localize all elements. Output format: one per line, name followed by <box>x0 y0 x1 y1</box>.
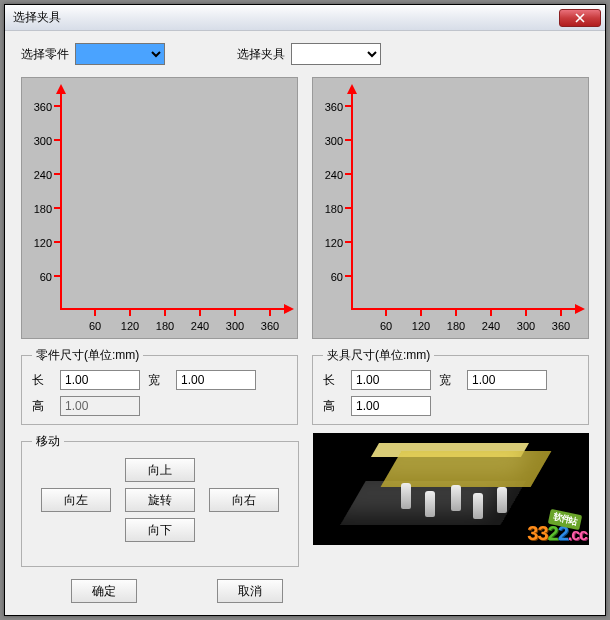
fixture-width-label: 宽 <box>439 372 459 389</box>
part-select[interactable] <box>75 43 165 65</box>
x-tick-label: 180 <box>441 320 471 332</box>
axis-tick-icon <box>54 207 62 209</box>
fixture-length-label: 长 <box>323 372 343 389</box>
axis-tick-icon <box>345 275 353 277</box>
pin-icon <box>401 483 411 509</box>
fixture-dims-legend: 夹具尺寸(单位:mm) <box>323 347 434 364</box>
close-button[interactable] <box>559 9 601 27</box>
axis-tick-icon <box>54 105 62 107</box>
move-left-button[interactable]: 向左 <box>41 488 111 512</box>
client-area: 选择零件 选择夹具 606012012018018024024030030036… <box>5 31 605 615</box>
axis-tick-icon <box>490 308 492 316</box>
dimensions-row: 零件尺寸(单位:mm) 长 宽 高 夹具尺寸(单位:mm) 长 宽 <box>21 347 589 425</box>
y-tick-label: 180 <box>26 203 52 215</box>
axis-tick-icon <box>560 308 562 316</box>
pin-icon <box>425 491 435 517</box>
y-tick-label: 180 <box>317 203 343 215</box>
rotate-button[interactable]: 旋转 <box>125 488 195 512</box>
part-chart: 6060120120180180240240300300360360 <box>21 77 298 339</box>
pin-icon <box>497 487 507 513</box>
axis-tick-icon <box>94 308 96 316</box>
axis-tick-icon <box>54 275 62 277</box>
part-select-label: 选择零件 <box>21 46 69 63</box>
preview-3d: 软件站 3322.cc <box>313 433 589 545</box>
x-tick-label: 240 <box>185 320 215 332</box>
fixture-length-input[interactable] <box>351 370 431 390</box>
y-tick-label: 60 <box>26 271 52 283</box>
pin-icon <box>451 485 461 511</box>
move-down-button[interactable]: 向下 <box>125 518 195 542</box>
axis-tick-icon <box>269 308 271 316</box>
axis-tick-icon <box>345 173 353 175</box>
axis-tick-icon <box>385 308 387 316</box>
axis-tick-icon <box>54 173 62 175</box>
part-length-label: 长 <box>32 372 52 389</box>
axis-tick-icon <box>129 308 131 316</box>
fixture-width-input[interactable] <box>467 370 547 390</box>
part-dims-legend: 零件尺寸(单位:mm) <box>32 347 143 364</box>
y-tick-label: 360 <box>317 101 343 113</box>
pin-icon <box>473 493 483 519</box>
y-tick-label: 360 <box>26 101 52 113</box>
fixture-dimensions-group: 夹具尺寸(单位:mm) 长 宽 高 <box>312 347 589 425</box>
y-tick-label: 120 <box>317 237 343 249</box>
axis-tick-icon <box>345 207 353 209</box>
fixture-chart: 6060120120180180240240300300360360 <box>312 77 589 339</box>
cancel-button[interactable]: 取消 <box>217 579 283 603</box>
move-legend: 移动 <box>32 433 64 450</box>
fixture-select-label: 选择夹具 <box>237 46 285 63</box>
fixture-top-icon <box>381 451 552 487</box>
part-width-label: 宽 <box>148 372 168 389</box>
x-tick-label: 300 <box>511 320 541 332</box>
y-axis-icon <box>351 92 353 310</box>
x-tick-label: 300 <box>220 320 250 332</box>
x-tick-label: 240 <box>476 320 506 332</box>
axis-tick-icon <box>345 241 353 243</box>
axis-tick-icon <box>199 308 201 316</box>
move-up-button[interactable]: 向上 <box>125 458 195 482</box>
x-tick-label: 360 <box>546 320 576 332</box>
y-tick-label: 240 <box>26 169 52 181</box>
dialog-window: 选择夹具 选择零件 选择夹具 6060120120180180240240300… <box>4 4 606 616</box>
fixture-height-input[interactable] <box>351 396 431 416</box>
dialog-actions: 确定 取消 <box>21 579 589 603</box>
axis-tick-icon <box>525 308 527 316</box>
part-dimensions-group: 零件尺寸(单位:mm) 长 宽 高 <box>21 347 298 425</box>
axis-tick-icon <box>54 139 62 141</box>
part-length-input[interactable] <box>60 370 140 390</box>
selector-row: 选择零件 选择夹具 <box>21 43 589 65</box>
bottom-row: 移动 向上 向左 旋转 向右 向下 <box>21 433 589 567</box>
axis-tick-icon <box>345 105 353 107</box>
close-icon <box>575 13 585 23</box>
ok-button[interactable]: 确定 <box>71 579 137 603</box>
move-group: 移动 向上 向左 旋转 向右 向下 <box>21 433 299 567</box>
axis-tick-icon <box>455 308 457 316</box>
y-tick-label: 300 <box>317 135 343 147</box>
axis-tick-icon <box>234 308 236 316</box>
axis-tick-icon <box>345 139 353 141</box>
watermark: 软件站 3322.cc <box>527 522 587 545</box>
charts-row: 6060120120180180240240300300360360 60601… <box>21 77 589 339</box>
y-tick-label: 240 <box>317 169 343 181</box>
part-height-label: 高 <box>32 398 52 415</box>
x-tick-label: 60 <box>80 320 110 332</box>
move-right-button[interactable]: 向右 <box>209 488 279 512</box>
axis-tick-icon <box>164 308 166 316</box>
x-tick-label: 360 <box>255 320 285 332</box>
x-tick-label: 180 <box>150 320 180 332</box>
window-title: 选择夹具 <box>13 9 559 26</box>
x-tick-label: 120 <box>406 320 436 332</box>
fixture-select[interactable] <box>291 43 381 65</box>
y-tick-label: 300 <box>26 135 52 147</box>
axis-tick-icon <box>54 241 62 243</box>
x-tick-label: 120 <box>115 320 145 332</box>
y-axis-icon <box>60 92 62 310</box>
fixture-height-label: 高 <box>323 398 343 415</box>
part-width-input[interactable] <box>176 370 256 390</box>
x-tick-label: 60 <box>371 320 401 332</box>
y-tick-label: 60 <box>317 271 343 283</box>
part-height-input <box>60 396 140 416</box>
y-tick-label: 120 <box>26 237 52 249</box>
axis-tick-icon <box>420 308 422 316</box>
titlebar: 选择夹具 <box>5 5 605 31</box>
